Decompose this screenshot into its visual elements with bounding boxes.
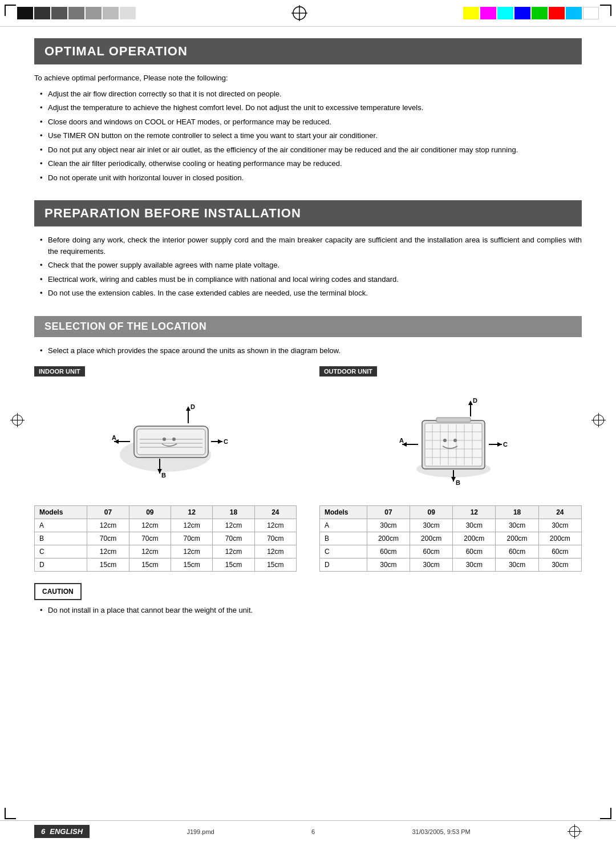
row-a-09: 30cm: [410, 519, 453, 532]
row-d-09: 30cm: [410, 558, 453, 572]
preparation-list: Before doing any work, check the interio…: [34, 234, 582, 299]
bullet-item: Do not use the extension cables. In the …: [40, 288, 582, 299]
table-row: A 12cm 12cm 12cm 12cm 12cm: [35, 519, 297, 532]
svg-marker-21: [186, 406, 191, 411]
preparation-section: PREPARATION BEFORE INSTALLATION Before d…: [34, 200, 582, 299]
selection-intro: Select a place which provides the space …: [40, 345, 582, 357]
footer-right-text: 31/03/2005, 9:53 PM: [412, 828, 471, 835]
row-b-label: B: [320, 532, 367, 545]
svg-text:C: C: [224, 438, 228, 445]
row-c-12: 12cm: [171, 545, 212, 558]
indoor-unit-section: INDOOR UNIT: [34, 366, 297, 572]
color-swatch-white: [583, 7, 599, 19]
row-a-12: 12cm: [171, 519, 212, 532]
bullet-item: Do not put any object near air inlet or …: [40, 144, 582, 156]
color-swatch-green: [532, 7, 548, 19]
row-c-label: C: [35, 545, 87, 558]
svg-text:B: B: [456, 479, 460, 486]
svg-marker-18: [218, 439, 222, 444]
outdoor-unit-label: OUTDOOR UNIT: [319, 366, 377, 377]
row-b-12: 70cm: [171, 532, 212, 545]
row-c-09: 12cm: [129, 545, 171, 558]
row-c-24: 12cm: [254, 545, 296, 558]
row-b-09: 200cm: [410, 532, 453, 545]
indoor-diagram-svg: A B C D: [103, 389, 228, 492]
svg-text:A: A: [112, 434, 116, 441]
color-swatch-4: [68, 7, 84, 19]
row-d-07: 15cm: [87, 558, 129, 572]
row-b-07: 200cm: [367, 532, 410, 545]
caution-list: Do not install in a place that cannot be…: [34, 605, 582, 616]
left-crosshair: [10, 413, 25, 429]
table-header-models: Models: [35, 506, 87, 519]
color-swatch-7: [120, 7, 136, 19]
selection-intro-list: Select a place which provides the space …: [34, 345, 582, 357]
table-header-09: 09: [410, 506, 453, 519]
svg-text:D: D: [191, 403, 195, 410]
color-swatch-lightblue: [566, 7, 582, 19]
svg-marker-43: [451, 477, 456, 481]
row-d-24: 30cm: [538, 558, 581, 572]
row-d-label: D: [320, 558, 367, 572]
row-b-18: 200cm: [496, 532, 538, 545]
row-d-24: 15cm: [254, 558, 296, 572]
color-swatch-magenta: [480, 7, 496, 19]
svg-text:D: D: [473, 397, 477, 404]
right-crosshair: [591, 413, 606, 429]
row-d-label: D: [35, 558, 87, 572]
corner-mark-tl: [5, 5, 16, 16]
row-b-07: 70cm: [87, 532, 129, 545]
table-row: A 30cm 30cm 30cm 30cm 30cm: [320, 519, 582, 532]
svg-text:B: B: [161, 472, 166, 479]
indoor-unit-diagram: A B C D: [34, 383, 297, 497]
row-a-07: 12cm: [87, 519, 129, 532]
indoor-unit-label: INDOOR UNIT: [34, 366, 85, 377]
svg-rect-5: [137, 429, 205, 455]
bullet-item: Use TIMER ON button on the remote contro…: [40, 130, 582, 141]
page-footer: 6 ENGLISH J199.pmd 6 31/03/2005, 9:53 PM: [0, 820, 616, 842]
row-c-label: C: [320, 545, 367, 558]
outdoor-unit-section: OUTDOOR UNIT: [319, 366, 582, 572]
row-a-18: 12cm: [213, 519, 254, 532]
table-row: C 60cm 60cm 60cm 60cm 60cm: [320, 545, 582, 558]
table-header-18: 18: [213, 506, 254, 519]
caution-bullet: Do not install in a place that cannot be…: [40, 605, 582, 616]
color-swatch-2: [34, 7, 50, 19]
table-row: D 30cm 30cm 30cm 30cm 30cm: [320, 558, 582, 572]
top-color-bar: [0, 0, 616, 27]
table-header-24: 24: [538, 506, 581, 519]
color-bar-right: [463, 7, 599, 19]
row-a-label: A: [320, 519, 367, 532]
row-a-07: 30cm: [367, 519, 410, 532]
footer-page-number: 6: [41, 827, 45, 836]
optimal-operation-title: OPTIMAL OPERATION: [34, 38, 582, 64]
row-a-24: 12cm: [254, 519, 296, 532]
color-swatch-blue: [514, 7, 530, 19]
row-b-18: 70cm: [213, 532, 254, 545]
color-bar-left: [17, 7, 136, 19]
preparation-title: PREPARATION BEFORE INSTALLATION: [34, 200, 582, 226]
table-header-18: 18: [496, 506, 538, 519]
footer-english-badge: 6 ENGLISH: [34, 825, 90, 838]
row-c-09: 60cm: [410, 545, 453, 558]
row-b-09: 70cm: [129, 532, 171, 545]
svg-rect-38: [436, 418, 471, 422]
row-c-24: 60cm: [538, 545, 581, 558]
color-swatch-cyan: [497, 7, 513, 19]
row-d-07: 30cm: [367, 558, 410, 572]
table-header-07: 07: [87, 506, 129, 519]
table-row: D 15cm 15cm 15cm 15cm 15cm: [35, 558, 297, 572]
bullet-item: Do not operate unit with horizontal louv…: [40, 172, 582, 184]
corner-mark-bl: [5, 808, 16, 819]
location-diagrams: INDOOR UNIT: [34, 366, 582, 572]
caution-label: CAUTION: [34, 583, 82, 600]
row-d-18: 15cm: [213, 558, 254, 572]
color-swatch-6: [103, 7, 119, 19]
color-swatch-3: [51, 7, 67, 19]
corner-mark-tr: [600, 5, 611, 16]
svg-point-36: [443, 439, 447, 442]
bullet-item: Electrical work, wiring and cables must …: [40, 274, 582, 285]
color-swatch-5: [86, 7, 102, 19]
bullet-item: Clean the air filter periodically, other…: [40, 158, 582, 169]
color-swatch-red: [549, 7, 565, 19]
